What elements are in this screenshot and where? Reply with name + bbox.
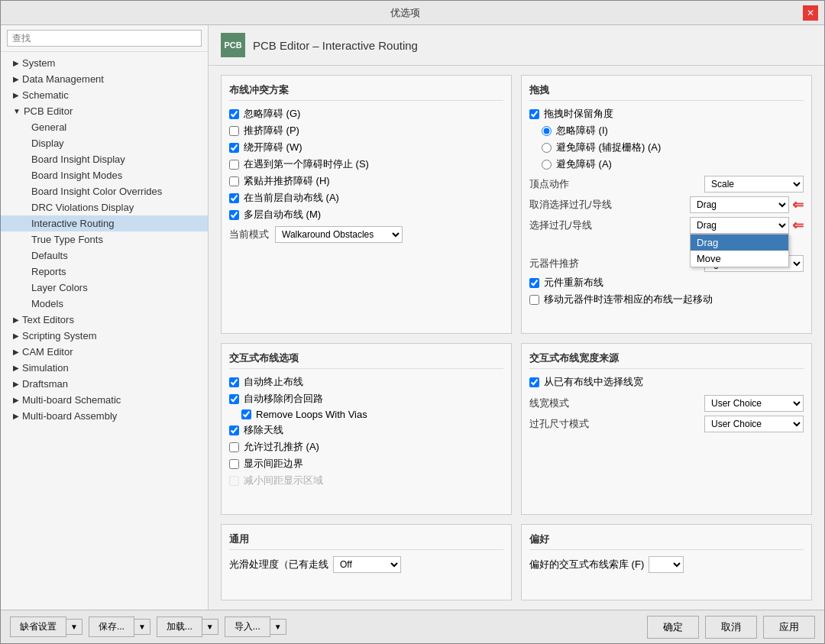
- current-mode-row: 当前模式 Walkaround Obstacles Ignore Obstacl…: [229, 226, 503, 243]
- int-opt-6: 减小间距显示区域: [229, 474, 503, 487]
- sidebar-item-drc-violations-display[interactable]: DRC Violations Display: [1, 199, 208, 215]
- preferred-select[interactable]: [649, 556, 684, 573]
- conflict-check-2[interactable]: [229, 143, 239, 153]
- sidebar-item-pcb-editor[interactable]: ▼PCB Editor: [1, 103, 208, 119]
- vertex-action-select[interactable]: Scale Move: [704, 176, 804, 193]
- right-panel: PCB PCB Editor – Interactive Routing 布线冲…: [209, 25, 824, 610]
- preference-section-title: 偏好: [529, 532, 804, 550]
- load-button[interactable]: 加载...: [157, 616, 202, 637]
- sidebar-item-board-insight-modes[interactable]: Board Insight Modes: [1, 167, 208, 183]
- drag-section: 拖拽 拖拽时保留角度 忽略障碍 (I) 避免障碍 (辅捉栅格) (A): [521, 75, 812, 334]
- sidebar-item-simulation[interactable]: ▶Simulation: [1, 360, 208, 376]
- sidebar-item-reports[interactable]: Reports: [1, 264, 208, 280]
- vertex-action-row: 顶点动作 Scale Move: [529, 176, 804, 193]
- default-settings-arrow[interactable]: ▼: [66, 619, 82, 635]
- cancel-button[interactable]: 取消: [705, 616, 757, 639]
- move-with-row: 移动元器件时连带相应的布线一起移动: [529, 293, 804, 306]
- move-with-check[interactable]: [529, 295, 539, 305]
- nav-tree: ▶System ▶Data Management ▶Schematic ▼PCB…: [1, 52, 208, 610]
- sidebar-item-cam-editor[interactable]: ▶CAM Editor: [1, 344, 208, 360]
- sidebar-item-text-editors[interactable]: ▶Text Editors: [1, 312, 208, 328]
- smooth-label: 光滑处理度（已有走线: [229, 558, 328, 571]
- sidebar-item-system[interactable]: ▶System: [1, 55, 208, 71]
- int-opt-4: 允许过孔推挤 (A): [229, 440, 503, 454]
- component-push-label: 元器件推挤: [529, 257, 579, 270]
- sidebar-item-defaults[interactable]: Defaults: [1, 248, 208, 264]
- import-arrow[interactable]: ▼: [270, 619, 286, 635]
- drag-radio-input-2[interactable]: [542, 160, 552, 170]
- conflict-check-3[interactable]: [229, 160, 239, 170]
- deselect-row: 取消选择过孔/导线 Drag Move ⇐: [529, 196, 804, 213]
- panel-icon: PCB: [221, 33, 245, 57]
- via-size-row: 过孔尺寸模式 User Choice Rule Preferred Rule M…: [529, 416, 804, 432]
- sidebar-item-board-insight-color-overrides[interactable]: Board Insight Color Overrides: [1, 183, 208, 199]
- int-opt-check-2[interactable]: [241, 409, 251, 419]
- routing-conflict-section: 布线冲突方案 忽略障碍 (G) 推挤障碍 (P) 绕开障碍 (W): [221, 75, 512, 334]
- confirm-button[interactable]: 确定: [647, 616, 699, 639]
- smooth-select[interactable]: Off Low Medium High: [333, 556, 401, 573]
- dropdown-popup: Drag Move: [690, 234, 789, 267]
- conflict-check-4[interactable]: [229, 176, 239, 186]
- reroute-check[interactable]: [529, 278, 539, 288]
- conflict-option-4: 紧贴并推挤障碍 (H): [229, 174, 503, 188]
- int-opt-check-0[interactable]: [229, 377, 239, 387]
- import-button[interactable]: 导入...: [225, 616, 270, 637]
- via-size-select[interactable]: User Choice Rule Preferred Rule Minimum: [704, 416, 804, 432]
- drag-radio-1: 避免障碍 (辅捉栅格) (A): [542, 141, 804, 154]
- current-mode-select[interactable]: Walkaround Obstacles Ignore Obstacles Pu…: [275, 226, 403, 243]
- conflict-check-0[interactable]: [229, 109, 239, 119]
- search-input[interactable]: [7, 30, 202, 47]
- int-opt-1: 自动移除闭合回路: [229, 392, 503, 406]
- deselect-select[interactable]: Drag Move: [690, 196, 789, 213]
- apply-button[interactable]: 应用: [763, 616, 815, 639]
- sidebar-item-draftsman[interactable]: ▶Draftsman: [1, 376, 208, 392]
- interactive-options-section: 交互式布线选项 自动终止布线 自动移除闭合回路 Remove Loops Wit…: [221, 343, 512, 515]
- main-window: 优选项 ✕ ▶System ▶Data Management ▶Schemati…: [0, 0, 825, 644]
- conflict-option-0: 忽略障碍 (G): [229, 107, 503, 121]
- panel-header: PCB PCB Editor – Interactive Routing: [209, 25, 824, 66]
- sidebar-item-multi-board-assembly[interactable]: ▶Multi-board Assembly: [1, 408, 208, 424]
- preserve-angle-check[interactable]: [529, 109, 539, 119]
- sidebar-item-data-management[interactable]: ▶Data Management: [1, 71, 208, 87]
- load-arrow[interactable]: ▼: [202, 619, 218, 635]
- int-opt-check-3[interactable]: [229, 426, 239, 435]
- close-button[interactable]: ✕: [803, 5, 818, 21]
- sidebar-item-multi-board-schematic[interactable]: ▶Multi-board Schematic: [1, 392, 208, 408]
- int-opt-check-4[interactable]: [229, 442, 239, 452]
- preserve-angle-row: 拖拽时保留角度: [529, 107, 804, 121]
- vertex-action-label: 顶点动作: [529, 177, 569, 191]
- conflict-option-2: 绕开障碍 (W): [229, 141, 503, 154]
- save-button[interactable]: 保存...: [89, 616, 134, 637]
- sidebar-item-general[interactable]: General: [1, 119, 208, 135]
- default-settings-button[interactable]: 缺省设置: [10, 616, 66, 637]
- sidebar-item-scripting-system[interactable]: ▶Scripting System: [1, 328, 208, 344]
- default-settings-group: 缺省设置 ▼: [10, 616, 82, 637]
- select-via-select[interactable]: Drag Move: [690, 217, 789, 234]
- sidebar-item-models[interactable]: Models: [1, 296, 208, 312]
- sidebar-item-board-insight-display[interactable]: Board Insight Display: [1, 151, 208, 167]
- save-arrow[interactable]: ▼: [134, 619, 150, 635]
- main-content: ▶System ▶Data Management ▶Schematic ▼PCB…: [1, 25, 824, 610]
- dropdown-option-move[interactable]: Move: [691, 251, 788, 267]
- preferred-label: 偏好的交互式布线索库 (F): [529, 558, 644, 571]
- sidebar-item-interactive-routing[interactable]: Interactive Routing: [1, 215, 208, 231]
- sidebar-item-true-type-fonts[interactable]: True Type Fonts: [1, 231, 208, 248]
- conflict-option-5: 在当前层自动布线 (A): [229, 191, 503, 205]
- line-width-select[interactable]: User Choice Rule Preferred Rule Minimum: [704, 395, 804, 412]
- int-opt-2: Remove Loops With Vias: [229, 409, 503, 420]
- drag-radio-input-0[interactable]: [542, 126, 552, 136]
- dropdown-option-drag[interactable]: Drag: [691, 235, 788, 251]
- int-opt-check-1[interactable]: [229, 394, 239, 404]
- conflict-check-5[interactable]: [229, 193, 239, 203]
- select-via-row: 选择过孔/导线 Drag Move Drag Move: [529, 217, 804, 234]
- search-box: [1, 25, 208, 52]
- deselect-label: 取消选择过孔/导线: [529, 198, 612, 212]
- conflict-check-1[interactable]: [229, 126, 239, 136]
- sidebar-item-schematic[interactable]: ▶Schematic: [1, 87, 208, 103]
- conflict-check-6[interactable]: [229, 210, 239, 220]
- drag-radio-input-1[interactable]: [542, 143, 552, 153]
- select-from-existing-check[interactable]: [529, 377, 539, 387]
- int-opt-check-5[interactable]: [229, 459, 239, 469]
- sidebar-item-display[interactable]: Display: [1, 135, 208, 151]
- sidebar-item-layer-colors[interactable]: Layer Colors: [1, 280, 208, 296]
